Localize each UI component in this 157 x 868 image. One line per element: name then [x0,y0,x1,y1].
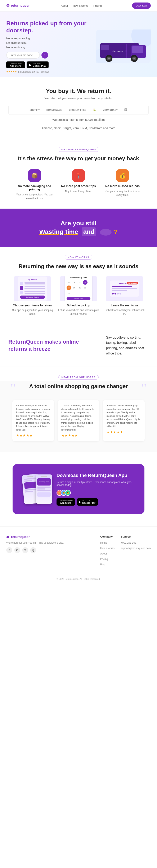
avatar-3: 🙂 [65,490,71,496]
zip-submit-button[interactable]: › [42,52,48,59]
copyright: © 2022 ReturnQueen. All Rights Reserved. [56,578,101,580]
download-text: Download the ReturnQueen App Return a si… [56,472,138,505]
hear-label: HEAR FROM OUR USERS [0,367,157,381]
footer-social: f in tw ig [6,547,94,553]
hero-no-driving: No more driving. [6,45,96,49]
footer: returnqueen We're here for you! You can'… [0,526,157,584]
retailer-logo-shopify: SHOPIFY [28,108,42,112]
breeze-title: ReturnQueen makes online returns a breez… [8,338,98,352]
googleplay-badge[interactable]: ▶ GET IT ON Google Play [27,61,49,68]
testimonial-2: This app is so easy to use! It's designe… [57,400,99,441]
footer-link-how[interactable]: How it works [100,547,114,550]
nav-about[interactable]: About [61,4,68,7]
feature-refunds: 💰 No more missed refunds Get your money … [104,169,141,200]
still-section: Are you still Wasting time and ? [0,209,157,247]
phone-front-screen: returnqueen [35,474,52,504]
svg-rect-8 [101,45,109,50]
zip-input[interactable] [6,52,40,59]
buy-subtitle: We return all your online purchases from… [8,97,149,100]
footer-support-title: Support [121,535,151,538]
logo-icon: rq [6,4,10,7]
phone-front: returnqueen [35,474,52,504]
testimonial-1-text: A friend recently told me about this app… [16,404,50,431]
footer-support-col: Support +001 291 1037 support@returnquee… [121,535,151,568]
testimonial-2-text: This app is so easy to use! It's designe… [61,404,96,431]
nav-download-button[interactable]: Download [132,2,151,9]
footer-email[interactable]: support@returnqueen.com [121,547,151,550]
svg-rect-17 [125,51,127,52]
nav-pricing[interactable]: Pricing [94,4,102,7]
footer-phone[interactable]: +001 291 1037 [121,541,137,544]
footer-brand: returnqueen We're here for you! You can'… [6,535,94,568]
feature-refunds-desc: Get your money back in time – every time… [104,189,141,197]
appstore-badge[interactable]: Download on the App Store [6,61,25,68]
download-store-badges: Download on the App Store ▶ GET IT ON Go… [56,498,138,505]
retailer-logo-brand: BRAND NAME [45,108,64,112]
how-section: Returning the new way is as easy as it s… [0,261,157,324]
social-twitter[interactable]: tw [22,547,28,553]
feature-packaging-desc: Your time's too precious. You can leave … [16,193,53,200]
social-instagram[interactable]: ig [30,547,36,553]
testimonial-3-text: In addition to this life changing innova… [107,404,141,428]
footer-link-pricing[interactable]: Pricing [100,558,108,561]
step-2-title: Schedule pickup [57,304,99,307]
googleplay-dl-icon: ▶ [79,501,81,503]
download-googleplay-badge[interactable]: ▶ GET IT ON Google Play [77,498,98,505]
breeze-section: ReturnQueen makes online returns a breez… [0,324,157,367]
navigation: rq returnqueen About How it works Pricin… [0,0,157,11]
testimonials-grid: A friend recently told me about this app… [6,400,151,441]
step-3-desc: Sit back and watch your refunds roll in. [104,308,146,316]
still-title: Are you still Wasting time and ? [8,219,149,237]
buy-title: You buy it. We return it. [8,88,149,94]
nav-how-it-works[interactable]: How it works [73,4,88,7]
download-avatars: 😊 😄 🙂 [56,490,138,496]
testimonial-1-stars: ★★★★★ [16,433,50,437]
step-3-title: Leave the rest to us [104,304,146,307]
footer-company-col: Company Home How it works About Pricing … [100,535,114,568]
download-appstore-badge[interactable]: Download on the App Store [56,498,75,505]
features-grid: 📦 No more packaging and printing Your ti… [8,169,149,200]
breeze-left: ReturnQueen makes online returns a breez… [8,338,98,352]
svg-text:rq: rq [7,5,9,7]
testimonial-3: In addition to this life changing innova… [103,400,145,441]
breeze-desc: Say goodbye to sorting, taping, boxing, … [106,335,149,356]
step-2-desc: Let us know where and when to pick up yo… [57,308,99,316]
svg-point-15 [133,58,135,59]
testimonials-title: A total online shopping game changer [29,383,128,390]
hero-title: Returns picked up from your doorstep. [6,20,96,34]
buy-section: You buy it. We return it. We return all … [0,78,157,141]
svg-point-12 [108,58,110,59]
download-title: Download the ReturnQueen App [56,472,138,478]
retailers-note: We process returns from 5000+ retailers [8,118,149,121]
testimonial-1: A friend recently told me about this app… [12,400,54,441]
testimonials-header: " A total online shopping game changer " [6,383,151,396]
retailers-sub: Amazon, Shein, Target, Zara, H&M, Nordst… [8,126,149,130]
feature-packaging-title: No more packaging and printing [16,184,53,191]
breeze-right: Say goodbye to sorting, taping, boxing, … [106,335,149,356]
step-3-mock: Refunded! Return Status [110,280,139,297]
testimonial-2-stars: ★★★★★ [61,433,96,437]
footer-logo-icon [6,536,9,538]
footer-bottom: © 2022 ReturnQueen. All Rights Reserved. [6,574,151,580]
download-wrapper: returnqueen Download the ReturnQueen App… [0,452,157,526]
svg-rect-7 [132,46,143,53]
footer-logo: returnqueen [6,535,94,539]
testimonial-3-stars: ★★★★★ [107,430,141,434]
social-linkedin[interactable]: in [14,547,20,553]
feature-refunds-icon: 💰 [116,169,129,182]
feature-postoffice-desc: Nightmare. Every. Time. [60,189,97,193]
why-section: It's the stress-free way to get your mon… [0,153,157,209]
van-graphic: returnqueen [96,29,151,63]
how-label: HOW IT WORKS [0,247,157,261]
store-badges: Download on the App Store ▶ GET IT ON Go… [6,61,96,68]
footer-link-blog[interactable]: Blog [100,563,105,566]
social-facebook[interactable]: f [6,547,12,553]
how-title: Returning the new way is as easy as it s… [6,263,151,270]
footer-brand-desc: We're here for you! You can't find us an… [6,541,94,545]
footer-link-about[interactable]: About [100,552,107,555]
feature-postoffice-title: No more post office trips [60,184,97,188]
svg-text:returnqueen: returnqueen [111,50,124,52]
footer-link-home[interactable]: Home [100,541,107,544]
nav-links: About How it works Pricing [61,4,102,7]
why-label: WHY USE RETURNQUEEN [0,141,157,153]
